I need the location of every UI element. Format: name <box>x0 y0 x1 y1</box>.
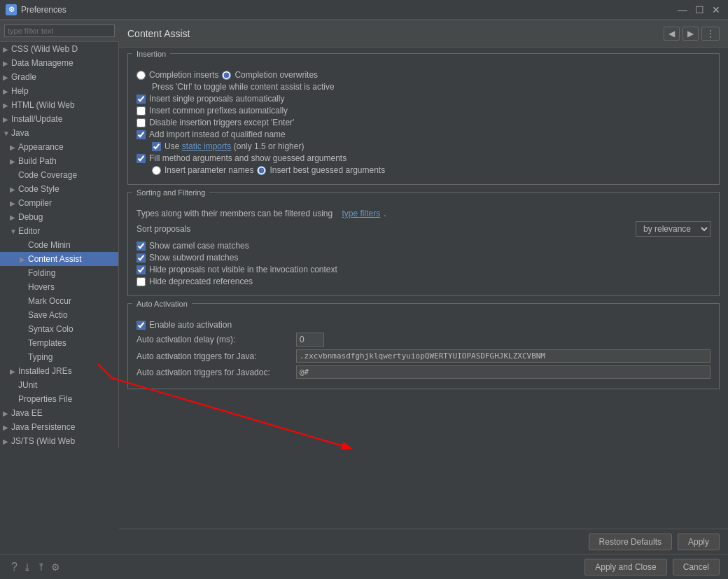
auto-activation-section-content: Enable auto activation Auto activation d… <box>128 315 719 389</box>
help-icon[interactable]: ? <box>11 561 18 573</box>
sidebar-item-code-miner[interactable]: ▶ Code Minin <box>0 238 118 252</box>
sidebar-item-label: Hovers <box>28 282 55 292</box>
sidebar-item-syntax-coloring[interactable]: ▶ Syntax Colo <box>0 322 118 336</box>
link-icon[interactable]: ⚙ <box>51 561 60 573</box>
completion-overwrites-radio[interactable] <box>222 71 231 80</box>
content-area: Content Assist ◀ ▶ ⋮ Insertion Comp <box>119 20 728 554</box>
sidebar-item-typing[interactable]: ▶ Typing <box>0 350 118 364</box>
arrow-icon: ▼ <box>3 130 10 137</box>
sidebar-item-folding[interactable]: ▶ Folding <box>0 266 118 280</box>
sidebar-item-label: Syntax Colo <box>28 324 74 334</box>
sidebar-item-java[interactable]: ▼ Java <box>0 126 118 140</box>
apply-and-close-button[interactable]: Apply and Close <box>584 559 666 575</box>
disable-insertion-label[interactable]: Disable insertion triggers except 'Enter… <box>149 118 294 127</box>
arrow-icon: ▶ <box>3 424 10 431</box>
sidebar-item-templates[interactable]: ▶ Templates <box>0 336 118 350</box>
insert-common-checkbox[interactable] <box>136 106 146 116</box>
sidebar-item-build-path[interactable]: ▶ Build Path <box>0 154 118 168</box>
enable-auto-activation-checkbox[interactable] <box>136 321 146 330</box>
subword-label[interactable]: Show subword matches <box>149 253 238 263</box>
completion-overwrites-label[interactable]: Completion overwrites <box>234 70 318 80</box>
sidebar-item-code-style[interactable]: ▶ Code Style <box>0 182 118 196</box>
search-input[interactable] <box>4 25 115 37</box>
apply-button[interactable]: Apply <box>678 533 720 550</box>
activation-delay-row: Auto activation delay (ms): 0 <box>136 333 710 347</box>
minimize-button[interactable]: — <box>676 4 689 16</box>
insert-single-label[interactable]: Insert single proposals automatically <box>149 94 284 104</box>
static-imports-link[interactable]: static imports <box>182 141 232 151</box>
insert-best-label[interactable]: Insert best guessed arguments <box>270 165 385 175</box>
sidebar-item-properties-file[interactable]: ▶ Properties File <box>0 392 118 406</box>
close-button[interactable]: ✕ <box>710 4 722 16</box>
insert-single-checkbox[interactable] <box>136 95 146 104</box>
sidebar-item-appearance[interactable]: ▶ Appearance <box>0 140 118 154</box>
header-nav: ◀ ▶ ⋮ <box>664 27 720 41</box>
type-filters-link[interactable]: type filters <box>342 209 381 218</box>
sidebar-item-css[interactable]: ▶ CSS (Wild Web D <box>0 42 118 56</box>
sidebar-item-help[interactable]: ▶ Help <box>0 84 118 98</box>
import-icon[interactable]: ⤓ <box>23 561 31 573</box>
arrow-icon: ▶ <box>20 256 27 263</box>
sidebar-item-mark-occurrences[interactable]: ▶ Mark Occur <box>0 294 118 308</box>
add-import-label[interactable]: Add import instead of qualified name <box>149 130 286 139</box>
main-layout: ▶ CSS (Wild Web D ▶ Data Manageme ▶ Grad… <box>0 20 728 554</box>
content-title: Content Assist <box>127 28 190 39</box>
sidebar-item-editor[interactable]: ▼ Editor <box>0 224 118 238</box>
hide-not-visible-checkbox[interactable] <box>136 265 146 274</box>
completion-inserts-radio[interactable] <box>136 71 146 80</box>
sidebar-item-debug[interactable]: ▶ Debug <box>0 210 118 224</box>
insertion-section-title: Insertion <box>132 48 170 60</box>
back-button[interactable]: ◀ <box>664 27 680 41</box>
auto-activation-section: Auto Activation Enable auto activation A… <box>127 303 720 389</box>
sidebar-item-hovers[interactable]: ▶ Hovers <box>0 280 118 294</box>
menu-button[interactable]: ⋮ <box>701 27 720 41</box>
insert-best-radio[interactable] <box>257 166 266 175</box>
subword-checkbox[interactable] <box>136 253 146 263</box>
hide-not-visible-label[interactable]: Hide proposals not visible in the invoca… <box>149 265 337 274</box>
use-static-imports-checkbox[interactable] <box>152 142 161 151</box>
sidebar-item-label: Build Path <box>18 156 57 166</box>
insert-param-radio[interactable] <box>152 166 161 175</box>
insert-common-label[interactable]: Insert common prefixes automatically <box>149 106 288 116</box>
sidebar-item-install-update[interactable]: ▶ Install/Update <box>0 112 118 126</box>
insert-param-label[interactable]: Insert parameter names <box>164 165 253 175</box>
fill-method-label[interactable]: Fill method arguments and show guessed a… <box>149 153 346 163</box>
hide-deprecated-label[interactable]: Hide deprecated references <box>149 277 253 286</box>
cancel-button[interactable]: Cancel <box>673 559 720 575</box>
hide-deprecated-checkbox[interactable] <box>136 277 146 286</box>
sidebar-item-label: JS/TS (Wild Web <box>11 436 75 446</box>
activation-delay-value: 0 <box>296 333 324 347</box>
enable-auto-activation-label[interactable]: Enable auto activation <box>149 320 232 330</box>
ctrl-hint-text: Press 'Ctrl' to toggle while content ass… <box>152 82 335 92</box>
camel-case-label[interactable]: Show camel case matches <box>149 241 249 251</box>
sidebar-item-java-ee[interactable]: ▶ Java EE <box>0 406 118 420</box>
sidebar-item-js-ts[interactable]: ▶ JS/TS (Wild Web <box>0 434 118 448</box>
export-icon[interactable]: ⤒ <box>37 561 46 573</box>
restore-defaults-button[interactable]: Restore Defaults <box>589 533 672 550</box>
add-import-checkbox[interactable] <box>136 130 146 139</box>
sidebar-item-installed-jres[interactable]: ▶ Installed JREs <box>0 364 118 378</box>
triggers-java-row: Auto activation triggers for Java: <box>136 349 710 363</box>
window-title: Preferences <box>21 5 676 15</box>
sidebar-item-junit[interactable]: ▶ JUnit <box>0 378 118 392</box>
sidebar-item-html[interactable]: ▶ HTML (Wild Web <box>0 98 118 112</box>
sidebar-item-java-persistence[interactable]: ▶ Java Persistence <box>0 420 118 434</box>
sort-proposals-select[interactable]: by relevance alphabetically <box>636 221 710 237</box>
sidebar-item-content-assist[interactable]: ▶ Content Assist <box>0 252 118 266</box>
completion-inserts-label[interactable]: Completion inserts <box>149 70 218 80</box>
fill-method-checkbox[interactable] <box>136 154 146 163</box>
forward-button[interactable]: ▶ <box>682 27 699 41</box>
sidebar-item-code-coverage[interactable]: ▶ Code Coverage <box>0 168 118 182</box>
sidebar-item-data-mgmt[interactable]: ▶ Data Manageme <box>0 56 118 70</box>
sidebar-item-label: Properties File <box>18 394 72 404</box>
triggers-javadoc-input[interactable] <box>296 365 710 379</box>
maximize-button[interactable]: ☐ <box>693 4 706 16</box>
sidebar-item-label: Installed JREs <box>18 366 72 376</box>
sidebar-item-save-actions[interactable]: ▶ Save Actio <box>0 308 118 322</box>
camel-case-checkbox[interactable] <box>136 242 146 251</box>
hide-deprecated-row: Hide deprecated references <box>136 277 710 286</box>
sidebar-item-gradle[interactable]: ▶ Gradle <box>0 70 118 84</box>
triggers-java-input[interactable] <box>296 349 710 363</box>
disable-insertion-checkbox[interactable] <box>136 118 146 127</box>
sidebar-item-compiler[interactable]: ▶ Compiler <box>0 196 118 210</box>
